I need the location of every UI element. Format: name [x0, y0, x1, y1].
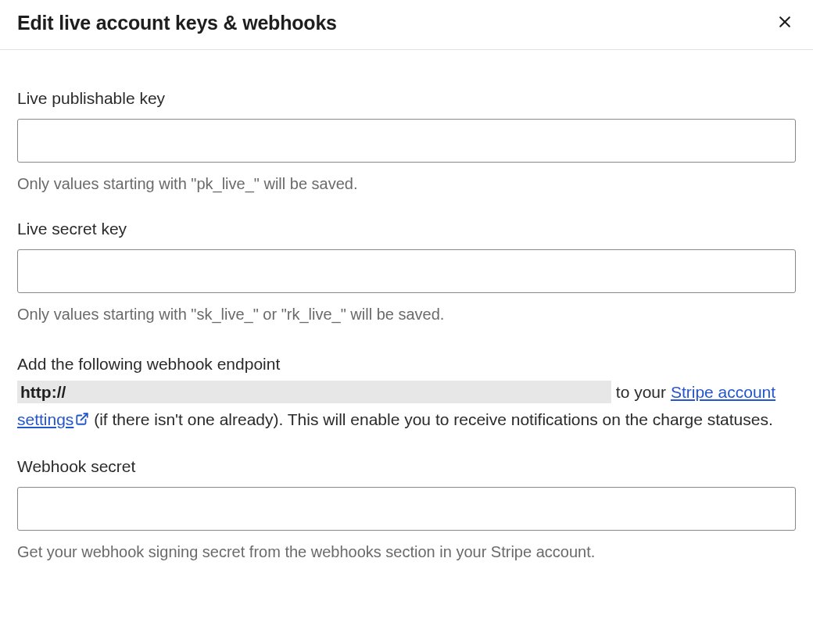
svg-line-2 — [81, 414, 88, 420]
publishable-key-input[interactable] — [17, 119, 796, 163]
close-icon — [777, 14, 793, 32]
edit-keys-modal: Edit live account keys & webhooks Live p… — [0, 0, 813, 644]
webhook-instructions: Add the following webhook endpoint http:… — [17, 350, 796, 434]
webhook-secret-input[interactable] — [17, 487, 796, 531]
secret-key-label: Live secret key — [17, 220, 796, 238]
external-link-icon — [75, 406, 89, 435]
secret-key-group: Live secret key Only values starting wit… — [17, 220, 796, 324]
webhook-secret-label: Webhook secret — [17, 457, 796, 476]
publishable-key-group: Live publishable key Only values startin… — [17, 89, 796, 193]
secret-key-helper: Only values starting with "sk_live_" or … — [17, 306, 796, 324]
modal-header: Edit live account keys & webhooks — [0, 0, 813, 50]
webhook-instructions-intro: Add the following webhook endpoint — [17, 355, 280, 373]
webhook-url-prefix: http:// — [20, 383, 66, 401]
webhook-url-box: http:// — [17, 381, 611, 403]
secret-key-input[interactable] — [17, 249, 796, 293]
webhook-secret-helper: Get your webhook signing secret from the… — [17, 543, 796, 561]
webhook-instructions-to-your: to your — [611, 383, 671, 401]
webhook-secret-group: Webhook secret Get your webhook signing … — [17, 457, 796, 561]
modal-body: Live publishable key Only values startin… — [0, 50, 813, 561]
publishable-key-helper: Only values starting with "pk_live_" wil… — [17, 175, 796, 193]
modal-title: Edit live account keys & webhooks — [17, 12, 337, 34]
close-button[interactable] — [774, 11, 796, 35]
webhook-url-redacted — [66, 385, 605, 401]
publishable-key-label: Live publishable key — [17, 89, 796, 108]
webhook-instructions-after-link: (if there isn't one already). This will … — [89, 410, 772, 428]
